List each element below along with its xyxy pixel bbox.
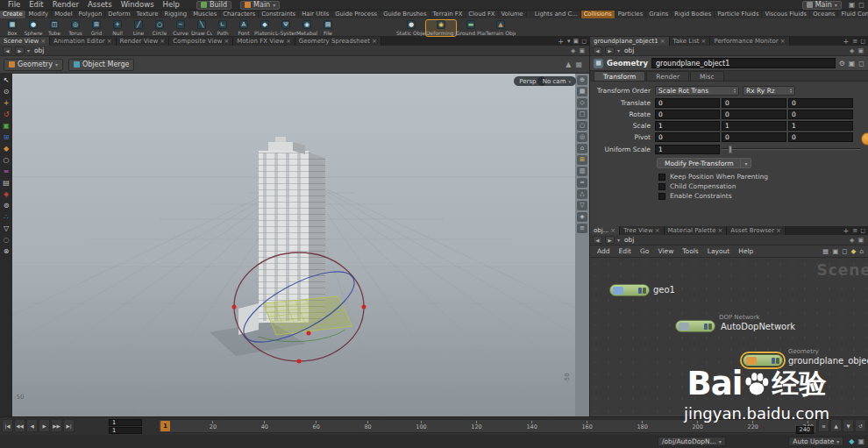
- inputs-icon[interactable]: [849, 60, 856, 68]
- uniform-scale-field[interactable]: 1: [655, 145, 720, 154]
- pane-maximize-icon[interactable]: [860, 227, 865, 234]
- param-field-y[interactable]: 1: [722, 121, 786, 131]
- display-flag[interactable]: [704, 324, 708, 330]
- simulation-context-dropdown[interactable]: /obj/AutoDopN...: [658, 437, 726, 446]
- pane-tab[interactable]: obj...: [590, 226, 620, 235]
- shelf-tool[interactable]: ◆ Platonic Solids: [254, 20, 275, 36]
- shelf-tab[interactable]: Particles: [615, 11, 647, 18]
- shelf-tool[interactable]: ⊞ Grid: [86, 20, 107, 36]
- shelf-tool[interactable]: ◉ Deforming Object: [426, 20, 456, 36]
- forward-button[interactable]: [605, 236, 615, 244]
- display-flag[interactable]: [772, 358, 775, 364]
- shelf-tool[interactable]: ● Sphere: [23, 20, 44, 36]
- playbar-option-button[interactable]: ▼: [843, 419, 854, 432]
- pane-maximize-icon[interactable]: [860, 38, 865, 45]
- close-icon[interactable]: [655, 227, 660, 234]
- layout-grid-icon[interactable]: [822, 247, 829, 255]
- viewport-tool-icon[interactable]: ∴: [4, 213, 8, 222]
- viewport-tool-icon[interactable]: ⊚: [4, 202, 10, 210]
- close-icon[interactable]: [107, 38, 112, 45]
- menu-item[interactable]: Windows: [117, 0, 159, 10]
- viewport-tool-icon[interactable]: ⊞: [4, 133, 10, 142]
- memory-icon[interactable]: [857, 437, 864, 445]
- pane-tab[interactable]: Tree View: [620, 226, 664, 235]
- pane-tab[interactable]: Material Palette: [665, 226, 728, 235]
- shelf-tab[interactable]: Lights and C...: [532, 11, 581, 18]
- viewport-display-icon[interactable]: ▽: [577, 201, 587, 210]
- shelf-tab[interactable]: Fluid Contai...: [838, 11, 868, 18]
- network-menu-item[interactable]: Help: [734, 247, 758, 255]
- add-tab-button[interactable]: +: [840, 227, 853, 235]
- checkbox-row[interactable]: Keep Position When Parenting: [658, 173, 768, 181]
- list-view-icon[interactable]: [832, 247, 838, 255]
- pane-tab[interactable]: Geometry Spreadsheet: [295, 37, 381, 46]
- shelf-tab[interactable]: Characters: [220, 11, 259, 18]
- shelf-tool[interactable]: ▲ Terrain Object: [486, 20, 516, 36]
- pane-tab[interactable]: Scene View: [0, 37, 50, 46]
- node-groundplane-object1[interactable]: [743, 354, 783, 366]
- current-frame-field[interactable]: 1: [109, 419, 142, 426]
- pane-tab[interactable]: groundplane_object1: [590, 37, 670, 46]
- viewport[interactable]: ↖⊙+↺▣⊞◆○≡▤◈⊚∴▽◌⊗ ⊕▦◇□○◎⌂⊞▥≈△▽◈≡ Persp No…: [0, 74, 589, 416]
- transport-button[interactable]: ▶: [39, 419, 50, 432]
- back-button[interactable]: [593, 46, 602, 54]
- shelf-tool[interactable]: ▤ File: [317, 20, 338, 36]
- shelf-tool[interactable]: ∟ Path: [212, 20, 233, 36]
- pin-icon[interactable]: [850, 47, 854, 54]
- playbar-option-button[interactable]: ↺: [855, 419, 866, 432]
- shelf-tool[interactable]: ▬ Ground Plane: [456, 20, 486, 36]
- geometry-dropdown[interactable]: Geometry: [4, 59, 63, 71]
- shelf-tool[interactable]: ~ Curve: [170, 20, 191, 36]
- close-icon[interactable]: [780, 38, 786, 45]
- shelf-tool[interactable]: ◉ Metaball: [296, 20, 317, 36]
- shelf-tool[interactable]: ◫ Tube: [44, 20, 65, 36]
- path-dropdown-icon[interactable]: [27, 47, 30, 53]
- viewport-tool-icon[interactable]: ↺: [4, 110, 10, 119]
- shelf-tab[interactable]: Collisions: [581, 11, 615, 18]
- shelf-tab[interactable]: Hair Utils: [299, 11, 332, 18]
- viewport-display-icon[interactable]: ≈: [577, 178, 587, 188]
- viewport-display-icon[interactable]: ⊕: [577, 75, 587, 85]
- node-geo1[interactable]: [609, 284, 650, 296]
- param-field-x[interactable]: 1: [655, 121, 720, 131]
- pane-tab[interactable]: Animation Editor: [50, 37, 117, 46]
- viewport-display-icon[interactable]: ▥: [577, 167, 587, 176]
- network-menu-item[interactable]: Add: [593, 247, 615, 255]
- rotate-order-dropdown[interactable]: Rx Ry Rz: [743, 86, 795, 96]
- menu-item[interactable]: Edit: [25, 0, 47, 10]
- viewport-tool-icon[interactable]: ▤: [3, 179, 10, 188]
- menu-item[interactable]: Help: [159, 0, 184, 10]
- node-autodopnetwork[interactable]: [675, 320, 715, 332]
- transport-button[interactable]: ▶▶: [51, 419, 62, 432]
- viewport-display-icon[interactable]: ≡: [577, 224, 587, 233]
- viewport-3d-scene[interactable]: [12, 74, 575, 416]
- close-icon[interactable]: [40, 38, 46, 45]
- shelf-tab[interactable]: Grains: [646, 11, 672, 18]
- display-flag[interactable]: [638, 288, 642, 294]
- close-icon[interactable]: [224, 38, 229, 45]
- playbar-option-button[interactable]: ≡: [818, 419, 829, 432]
- back-button[interactable]: [593, 236, 602, 244]
- viewport-tool-icon[interactable]: ◆: [4, 145, 9, 153]
- add-tab-button[interactable]: +: [554, 38, 567, 46]
- transport-button[interactable]: ▶|: [63, 419, 75, 432]
- frame-ruler[interactable]: 120406080100120140160180200220240 1: [158, 419, 817, 433]
- shelf-tab[interactable]: Deform: [105, 11, 133, 18]
- pane-tab[interactable]: Take List: [670, 37, 711, 46]
- viewport-display-icon[interactable]: □: [577, 110, 587, 119]
- network-editor[interactable]: Scene geo1 DOP Network AutoDopNetwork Ge…: [590, 258, 868, 415]
- grid-toggle-icon[interactable]: [575, 60, 582, 68]
- network-menu-item[interactable]: Tools: [678, 247, 702, 255]
- viewport-display-icon[interactable]: ◇: [577, 98, 587, 108]
- checkbox-row[interactable]: Enable Constraints: [658, 192, 732, 200]
- checkbox[interactable]: [658, 174, 665, 181]
- shelf-tool[interactable]: Ψ L-System: [275, 20, 296, 36]
- checkbox[interactable]: [658, 193, 665, 200]
- viewport-tool-icon[interactable]: ↖: [4, 76, 10, 85]
- shelf-tab[interactable]: Muscles: [190, 11, 220, 18]
- back-button[interactable]: [3, 46, 12, 54]
- viewport-tool-icon[interactable]: ≡: [4, 167, 10, 176]
- viewport-tool-icon[interactable]: ◈: [4, 190, 9, 199]
- path-dropdown-icon[interactable]: [617, 47, 620, 53]
- window-icon[interactable]: [849, 1, 856, 9]
